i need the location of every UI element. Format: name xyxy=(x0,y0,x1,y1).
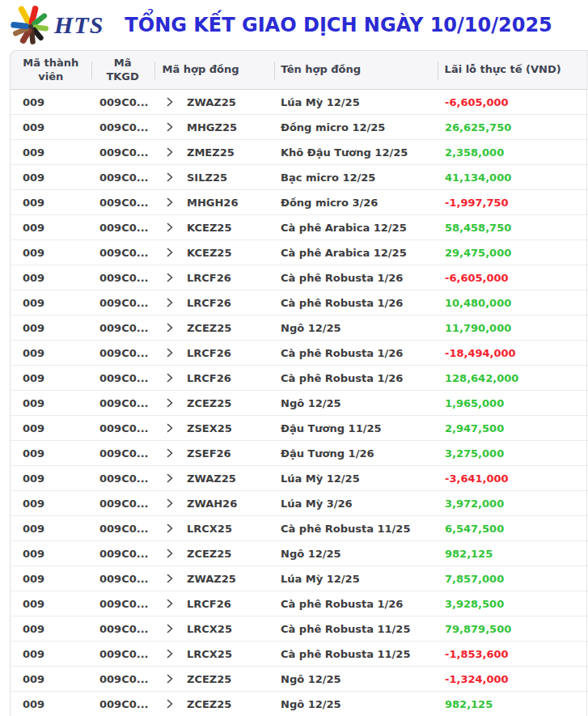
contract-code: ZCEZ25 xyxy=(187,397,231,409)
contract-name: Cà phê Robusta 1/26 xyxy=(274,591,438,616)
expand-row-chevron-icon[interactable] xyxy=(165,122,175,132)
account-code-cell: 009C0... xyxy=(91,265,154,290)
expand-row-chevron-icon[interactable] xyxy=(165,523,175,533)
expand-row-chevron-icon[interactable] xyxy=(165,448,175,458)
table-row[interactable]: 009 009C0... LRCF26 Cà phê Robusta 1/26 … xyxy=(11,366,588,391)
table-row[interactable]: 009 009C0... MHGH26 Đồng micro 3/26 -1,9… xyxy=(11,190,588,215)
table-row[interactable]: 009 009C0... KCEZ25 Cà phê Arabica 12/25… xyxy=(11,215,588,240)
table-row[interactable]: 009 009C0... ZCEZ25 Ngô 12/25 982,125 xyxy=(11,692,588,716)
expand-row-chevron-icon[interactable] xyxy=(165,624,175,633)
contract-name: Lúa Mỳ 12/25 xyxy=(274,90,438,114)
table-row[interactable]: 009 009C0... SILZ25 Bạc micro 12/25 41,1… xyxy=(11,165,588,190)
account-code-cell: 009C0... xyxy=(91,616,154,641)
contract-cell: LRCF26 xyxy=(154,341,274,365)
table-row[interactable]: 009 009C0... ZWAH26 Lúa Mỳ 3/26 3,972,00… xyxy=(11,491,588,516)
contract-name: Cà phê Robusta 11/25 xyxy=(274,516,438,540)
account-code-cell: 009C0... xyxy=(91,165,154,189)
expand-row-chevron-icon[interactable] xyxy=(165,298,175,307)
expand-row-chevron-icon[interactable] xyxy=(165,599,175,608)
contract-code: LRCX25 xyxy=(187,523,232,535)
expand-row-chevron-icon[interactable] xyxy=(165,498,175,508)
pnl-value: 58,458,750 xyxy=(438,215,588,239)
table-row[interactable]: 009 009C0... KCEZ25 Cà phê Arabica 12/25… xyxy=(11,240,588,265)
expand-row-chevron-icon[interactable] xyxy=(165,273,175,282)
table-row[interactable]: 009 009C0... ZSEF26 Đậu Tương 1/26 3,275… xyxy=(11,441,588,466)
expand-row-chevron-icon[interactable] xyxy=(165,323,175,333)
contract-cell: ZMEZ25 xyxy=(154,140,274,164)
expand-row-chevron-icon[interactable] xyxy=(165,222,175,232)
contract-cell: LRCF26 xyxy=(154,366,274,390)
table-row[interactable]: 009 009C0... LRCF26 Cà phê Robusta 1/26 … xyxy=(11,265,588,290)
table-row[interactable]: 009 009C0... ZCEZ25 Ngô 12/25 11,790,000 xyxy=(11,316,588,341)
expand-row-chevron-icon[interactable] xyxy=(165,473,175,483)
contract-name: Đồng micro 12/25 xyxy=(274,115,438,139)
member-code-cell: 009 xyxy=(11,466,91,490)
account-code-cell: 009C0... xyxy=(91,115,154,139)
account-code-cell: 009C0... xyxy=(91,215,154,239)
expand-row-chevron-icon[interactable] xyxy=(165,649,175,659)
expand-row-chevron-icon[interactable] xyxy=(165,248,175,257)
pnl-value: 11,790,000 xyxy=(438,316,588,340)
table-row[interactable]: 009 009C0... LRCX25 Cà phê Robusta 11/25… xyxy=(11,616,588,642)
expand-row-chevron-icon[interactable] xyxy=(165,373,175,383)
expand-row-chevron-icon[interactable] xyxy=(165,423,175,433)
pnl-value: 2,358,000 xyxy=(438,140,588,164)
contract-code: LRCF26 xyxy=(187,598,231,610)
contract-name: Đồng micro 3/26 xyxy=(274,190,438,214)
contract-name: Lúa Mỳ 12/25 xyxy=(274,566,438,591)
pnl-value: 7,857,000 xyxy=(438,566,588,591)
expand-row-chevron-icon[interactable] xyxy=(165,348,175,358)
member-code-cell: 009 xyxy=(11,190,91,214)
table-row[interactable]: 009 009C0... ZWAZ25 Lúa Mỳ 12/25 7,857,0… xyxy=(11,566,588,591)
table-row[interactable]: 009 009C0... ZWAZ25 Lúa Mỳ 12/25 -6,605,… xyxy=(11,90,588,115)
table-row[interactable]: 009 009C0... LRCX25 Cà phê Robusta 11/25… xyxy=(11,642,588,667)
member-code-cell: 009 xyxy=(11,115,91,139)
account-code-cell: 009C0... xyxy=(91,566,154,591)
member-code-cell: 009 xyxy=(11,541,91,566)
table-row[interactable]: 009 009C0... LRCF26 Cà phê Robusta 1/26 … xyxy=(11,341,588,366)
table-row[interactable]: 009 009C0... LRCF26 Cà phê Robusta 1/26 … xyxy=(11,591,588,616)
account-code-cell: 009C0... xyxy=(91,316,154,340)
contract-code: LRCF26 xyxy=(187,272,231,284)
expand-row-chevron-icon[interactable] xyxy=(165,97,175,107)
contract-name: Cà phê Arabica 12/25 xyxy=(274,240,438,265)
table-row[interactable]: 009 009C0... ZWAZ25 Lúa Mỳ 12/25 -3,641,… xyxy=(11,466,588,491)
hts-logo: HTS xyxy=(8,1,104,49)
table-right-edge-divider xyxy=(586,50,587,716)
table-row[interactable]: 009 009C0... LRCX25 Cà phê Robusta 11/25… xyxy=(11,516,588,541)
expand-row-chevron-icon[interactable] xyxy=(165,197,175,207)
contract-cell: ZWAZ25 xyxy=(154,566,274,591)
expand-row-chevron-icon[interactable] xyxy=(165,147,175,157)
table-row[interactable]: 009 009C0... MHGZ25 Đồng micro 12/25 26,… xyxy=(11,115,588,140)
account-code-cell: 009C0... xyxy=(91,591,154,616)
contract-cell: SILZ25 xyxy=(154,165,274,189)
contract-code: ZWAZ25 xyxy=(187,573,236,585)
pnl-value: -6,605,000 xyxy=(438,265,588,290)
table-row[interactable]: 009 009C0... ZCEZ25 Ngô 12/25 982,125 xyxy=(11,541,588,566)
pnl-value: 3,972,000 xyxy=(438,491,588,515)
table-row[interactable]: 009 009C0... ZCEZ25 Ngô 12/25 -1,324,000 xyxy=(11,667,588,692)
contract-cell: ZWAH26 xyxy=(154,491,274,515)
member-code-cell: 009 xyxy=(11,366,91,390)
table-row[interactable]: 009 009C0... ZMEZ25 Khô Đậu Tương 12/25 … xyxy=(11,140,588,165)
expand-row-chevron-icon[interactable] xyxy=(165,549,175,558)
pnl-value: 2,947,500 xyxy=(438,416,588,440)
expand-row-chevron-icon[interactable] xyxy=(165,574,175,583)
contract-name: Bạc micro 12/25 xyxy=(274,165,438,189)
member-code-cell: 009 xyxy=(11,566,91,591)
table-row[interactable]: 009 009C0... LRCF26 Cà phê Robusta 1/26 … xyxy=(11,290,588,316)
expand-row-chevron-icon[interactable] xyxy=(165,674,175,684)
contract-cell: MHGZ25 xyxy=(154,115,274,139)
expand-row-chevron-icon[interactable] xyxy=(165,398,175,408)
hts-starburst-icon xyxy=(8,1,53,49)
contract-name: Đậu Tương 1/26 xyxy=(274,441,438,465)
contract-name: Cà phê Robusta 1/26 xyxy=(274,366,438,390)
expand-row-chevron-icon[interactable] xyxy=(165,172,175,182)
account-code-cell: 009C0... xyxy=(91,240,154,265)
contract-cell: ZWAZ25 xyxy=(154,466,274,490)
table-row[interactable]: 009 009C0... ZCEZ25 Ngô 12/25 1,965,000 xyxy=(11,391,588,416)
pnl-value: 6,547,500 xyxy=(438,516,588,540)
contract-code: ZCEZ25 xyxy=(187,322,231,334)
expand-row-chevron-icon[interactable] xyxy=(165,699,175,709)
table-row[interactable]: 009 009C0... ZSEX25 Đậu Tương 11/25 2,94… xyxy=(11,416,588,441)
